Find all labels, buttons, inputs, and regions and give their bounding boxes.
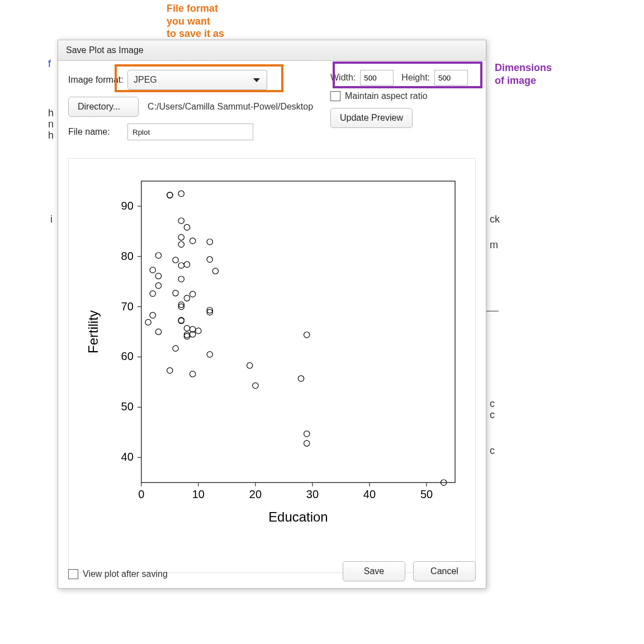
directory-button[interactable]: Directory... — [68, 97, 139, 117]
annotation-dimensions: Dimensions of image — [495, 61, 552, 87]
svg-point-54 — [184, 295, 190, 301]
svg-text:80: 80 — [121, 250, 134, 262]
svg-point-39 — [173, 290, 178, 296]
svg-point-38 — [173, 345, 178, 351]
update-preview-button[interactable]: Update Preview — [330, 108, 413, 128]
image-format-value: JPEG — [134, 75, 157, 85]
scatter-plot: 01020304050405060708090EducationFertilit… — [69, 159, 475, 572]
svg-text:10: 10 — [192, 488, 205, 500]
svg-point-66 — [207, 257, 212, 262]
annotation-line: to save it as — [167, 27, 224, 40]
svg-rect-0 — [141, 181, 455, 482]
cancel-button[interactable]: Cancel — [413, 561, 476, 581]
svg-point-53 — [184, 325, 190, 331]
svg-point-34 — [155, 253, 161, 258]
svg-point-41 — [178, 318, 184, 324]
svg-point-63 — [207, 352, 212, 357]
svg-point-46 — [178, 263, 184, 268]
annotation-fileformat: File format you want to save it as — [167, 2, 224, 40]
dimensions-row: Width: Height: — [330, 70, 476, 86]
svg-point-31 — [155, 329, 161, 334]
svg-point-62 — [196, 328, 201, 334]
chevron-down-icon — [253, 78, 260, 82]
height-label: Height: — [401, 73, 430, 83]
bg-text: ck — [490, 214, 500, 225]
svg-point-47 — [178, 242, 184, 247]
bg-line — [486, 311, 499, 311]
bg-text: c — [490, 445, 495, 457]
svg-point-69 — [247, 363, 253, 368]
svg-point-56 — [184, 224, 190, 230]
bg-text: i — [50, 214, 53, 225]
bg-text: m — [490, 239, 498, 251]
svg-point-35 — [167, 368, 173, 373]
height-input[interactable] — [434, 70, 468, 86]
svg-point-29 — [150, 291, 155, 296]
svg-point-73 — [304, 431, 310, 437]
image-format-dropdown[interactable]: JPEG — [127, 70, 267, 90]
filename-input[interactable] — [127, 124, 253, 140]
image-format-label: Image format: — [68, 75, 124, 85]
svg-point-57 — [190, 371, 195, 377]
view-after-checkbox[interactable] — [68, 569, 78, 579]
annotation-line: File format — [167, 2, 224, 15]
svg-text:Fertility: Fertility — [86, 310, 101, 353]
svg-point-49 — [178, 218, 184, 224]
maintain-aspect-row: Maintain aspect ratio — [330, 91, 476, 101]
bg-text: f — [48, 58, 51, 70]
svg-point-60 — [190, 291, 195, 297]
width-label: Width: — [330, 73, 356, 83]
svg-point-67 — [207, 239, 212, 245]
svg-point-50 — [178, 191, 184, 196]
svg-point-30 — [150, 267, 155, 273]
svg-text:90: 90 — [121, 200, 134, 212]
maintain-aspect-checkbox[interactable] — [330, 91, 340, 101]
svg-point-70 — [253, 383, 258, 389]
dimensions-group: Width: Height: Maintain aspect ratio Upd… — [330, 70, 476, 128]
svg-point-40 — [173, 257, 178, 263]
svg-point-74 — [304, 441, 310, 446]
save-button[interactable]: Save — [343, 561, 405, 581]
svg-point-48 — [178, 234, 184, 240]
bg-text: h — [48, 107, 54, 119]
svg-point-55 — [184, 262, 190, 267]
svg-point-61 — [190, 238, 195, 244]
svg-point-71 — [298, 376, 304, 381]
maintain-aspect-label: Maintain aspect ratio — [345, 91, 428, 101]
svg-point-37 — [167, 192, 173, 198]
dialog-controls-area: Image format: JPEG Directory... C:/Users… — [58, 61, 486, 150]
svg-text:40: 40 — [363, 488, 376, 500]
svg-text:60: 60 — [121, 350, 134, 362]
plot-preview: 01020304050405060708090EducationFertilit… — [68, 158, 476, 573]
svg-text:40: 40 — [121, 451, 134, 463]
svg-text:50: 50 — [420, 488, 433, 500]
svg-text:50: 50 — [121, 400, 134, 413]
dialog-footer: View plot after saving Save Cancel — [58, 555, 486, 588]
svg-point-68 — [212, 268, 218, 274]
svg-point-27 — [145, 319, 151, 325]
svg-point-72 — [304, 332, 310, 338]
svg-point-51 — [184, 333, 190, 339]
save-plot-dialog: Save Plot as Image Image format: JPEG Di… — [58, 40, 486, 589]
view-after-row: View plot after saving — [68, 569, 168, 579]
svg-point-42 — [178, 318, 184, 323]
bg-text: n — [48, 119, 54, 130]
svg-text:30: 30 — [306, 488, 319, 500]
bg-text: h — [48, 130, 54, 141]
svg-point-32 — [155, 283, 161, 288]
width-input[interactable] — [360, 70, 394, 86]
dialog-title: Save Plot as Image — [58, 40, 486, 61]
annotation-line: of image — [495, 74, 552, 87]
svg-point-33 — [155, 273, 161, 279]
annotation-line: Dimensions — [495, 61, 552, 74]
svg-point-45 — [178, 276, 184, 282]
svg-text:Education: Education — [268, 509, 328, 524]
svg-point-52 — [184, 332, 190, 338]
svg-text:70: 70 — [121, 300, 134, 312]
directory-path: C:/Users/Camilla Sammut-Powel/Desktop — [148, 102, 313, 112]
svg-text:0: 0 — [138, 488, 144, 500]
annotation-line: you want — [167, 15, 224, 28]
svg-point-28 — [150, 312, 155, 318]
bg-text: c — [490, 409, 495, 421]
filename-label: File name: — [68, 127, 124, 137]
